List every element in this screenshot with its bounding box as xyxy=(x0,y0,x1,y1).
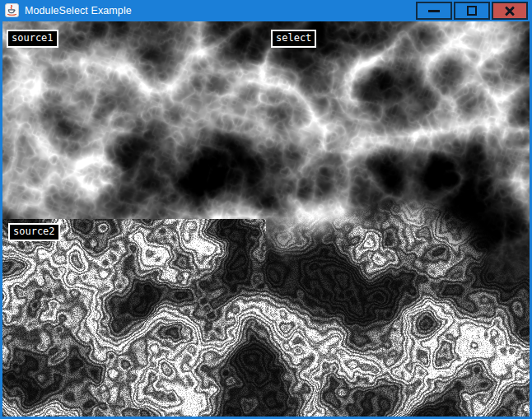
window-controls xyxy=(416,2,528,20)
render-area: source1 select source2 xyxy=(2,21,530,417)
java-coffee-cup-icon xyxy=(5,3,19,17)
app-window: ModuleSelect Example source1 select sour… xyxy=(0,0,532,419)
close-icon xyxy=(504,5,516,16)
label-select: select xyxy=(271,30,316,48)
window-title: ModuleSelect Example xyxy=(25,0,132,21)
noise-canvas xyxy=(2,21,530,417)
label-source1: source1 xyxy=(7,30,58,48)
close-button[interactable] xyxy=(492,2,528,20)
titlebar[interactable]: ModuleSelect Example xyxy=(0,0,532,21)
minimize-icon xyxy=(428,10,440,12)
maximize-icon xyxy=(467,6,477,16)
label-source2: source2 xyxy=(8,223,60,241)
minimize-button[interactable] xyxy=(416,2,452,20)
maximize-button[interactable] xyxy=(454,2,490,20)
